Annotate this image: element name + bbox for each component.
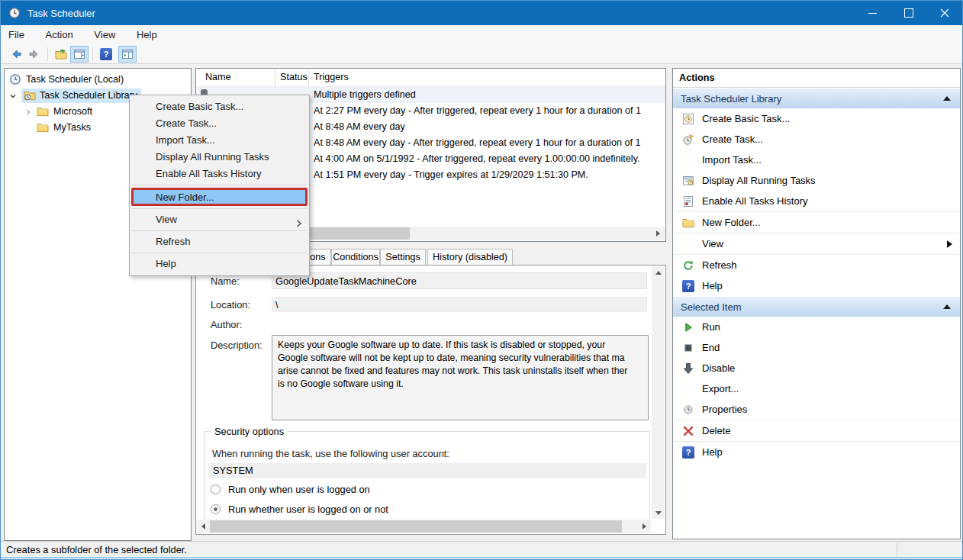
folder-icon [37,105,49,117]
horizontal-scrollbar-details[interactable] [196,520,651,533]
tree-item-microsoft[interactable]: Microsoft [24,104,92,119]
minimize-button[interactable] [855,1,891,25]
scrollbar-thumb[interactable] [210,520,622,533]
chevron-down-icon[interactable] [9,92,17,99]
action-import-task[interactable]: Import Task... [673,150,960,170]
scroll-left-button[interactable] [197,520,209,533]
action-delete[interactable]: Delete [673,420,960,441]
forward-button[interactable] [25,46,43,63]
description-line: Keeps your Google software up to date. I… [278,339,643,352]
action-help-selected[interactable]: ? Help [673,442,960,462]
scroll-up-button[interactable] [652,266,665,278]
tab-conditions[interactable]: Conditions [331,249,380,265]
action-properties[interactable]: Properties [673,399,960,420]
chevron-right-icon[interactable] [24,108,32,115]
status-text: Creates a subfolder of the selected fold… [6,544,187,555]
menu-item-enable-history[interactable]: Enable All Tasks History [130,166,309,182]
action-label: Import Task... [702,154,762,166]
radio-run-whether-logged[interactable]: Run whether user is logged on or not [211,504,388,515]
actions-panel: Actions Task Scheduler Library Create Ba… [672,68,961,539]
collapse-up-icon[interactable] [943,304,951,309]
security-options-label: Security options [211,426,287,437]
action-create-task[interactable]: Create Task... [673,129,960,150]
scroll-right-button[interactable] [652,227,664,240]
name-field: GoogleUpdateTaskMachineCore [272,272,647,289]
back-icon [10,48,22,60]
action-label: View [702,238,723,249]
action-enable-history[interactable]: Enable All Tasks History [673,191,960,211]
action-refresh[interactable]: Refresh [673,255,960,275]
show-hide-pane-button[interactable] [70,46,89,63]
title-bar[interactable]: Task Scheduler [1,1,962,25]
show-console-tree-button[interactable] [52,46,70,63]
task-list-header: Name Status Triggers [196,69,665,87]
actions-section-library-header[interactable]: Task Scheduler Library [673,88,960,108]
standard-view-button[interactable] [118,46,137,63]
menu-help[interactable]: Help [127,25,166,45]
menu-separator [131,208,308,209]
menu-item-create-basic-task[interactable]: Create Basic Task... [130,98,309,115]
column-header-name[interactable]: Name [196,69,275,86]
tab-settings[interactable]: Settings [380,249,426,265]
refresh-icon [682,259,694,272]
section-header-label: Task Scheduler Library [681,93,781,105]
action-disable[interactable]: Disable [673,358,960,378]
action-new-folder[interactable]: New Folder... [673,212,960,233]
menu-action[interactable]: Action [37,25,82,45]
description-line: is no Google software using it. [278,378,643,391]
column-header-status[interactable]: Status [275,69,309,86]
menu-item-view[interactable]: View [130,211,309,228]
maximize-icon [904,8,913,18]
menu-item-import-task[interactable]: Import Task... [130,132,309,149]
help-button[interactable]: ? [97,46,115,63]
folder-icon [37,121,49,134]
action-label: Help [702,280,723,291]
security-hint: When running the task, use the following… [212,448,449,459]
radio-run-logged-on[interactable]: Run only when user is logged on [211,484,370,495]
toolbar: ? [1,45,962,64]
menu-item-new-folder-annotated[interactable]: New Folder... [131,188,308,206]
actions-section-selected-item-header[interactable]: Selected Item [673,296,960,317]
description-line: Google software will not be kept up to d… [278,352,643,365]
menu-item-create-task[interactable]: Create Task... [130,115,309,132]
menu-view[interactable]: View [85,25,124,45]
close-button[interactable] [926,1,962,25]
menu-separator [131,185,308,185]
menu-item-refresh[interactable]: Refresh [130,233,309,250]
radio-icon [211,484,221,494]
menu-item-display-running-tasks[interactable]: Display All Running Tasks [130,149,309,166]
no-icon [682,383,694,395]
action-label: Disable [702,362,735,374]
scroll-down-button[interactable] [652,507,665,519]
action-view[interactable]: View [673,233,960,254]
tree-root-label: Task Scheduler (Local) [26,74,124,85]
vertical-scrollbar[interactable] [652,266,665,519]
menu-item-help[interactable]: Help [130,256,309,272]
action-end[interactable]: End [673,337,960,358]
tab-history[interactable]: History (disabled) [427,249,513,265]
trigger-cell: At 1:51 PM every day - Trigger expires a… [314,167,588,183]
action-label: Create Task... [702,134,763,145]
back-button[interactable] [7,46,25,63]
tree-item-mytasks[interactable]: MyTasks [37,120,91,135]
action-help[interactable]: ? Help [673,275,960,296]
action-export[interactable]: Export... [673,378,960,399]
scroll-right-icon [656,230,660,237]
action-display-running-tasks[interactable]: Display All Running Tasks [673,170,960,191]
tree-item-library[interactable]: Task Scheduler Library [9,88,141,103]
column-header-triggers[interactable]: Triggers [309,69,665,86]
trigger-cell: At 8:48 AM every day [314,119,405,135]
tree-root[interactable]: Task Scheduler (Local) [9,72,124,87]
action-run[interactable]: Run [673,317,960,337]
toolbar-separator [47,47,48,61]
location-field: \ [272,297,647,312]
action-create-basic-task[interactable]: Create Basic Task... [673,108,960,129]
window-title: Task Scheduler [27,8,95,19]
collapse-up-icon[interactable] [943,96,951,101]
scroll-right-button[interactable] [638,520,650,533]
run-icon [682,321,694,333]
folder-clock-icon [24,89,36,101]
trigger-cell: At 4:00 AM on 5/1/1992 - After triggered… [314,151,640,167]
maximize-button[interactable] [891,1,926,25]
menu-file[interactable]: File [1,25,34,45]
